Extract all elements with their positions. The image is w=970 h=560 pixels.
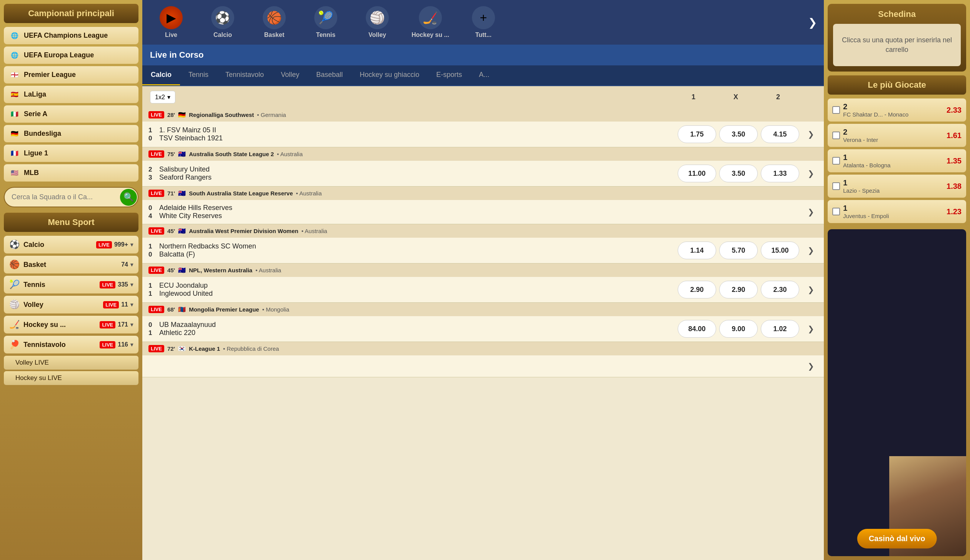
popular-bet-odd[interactable]: 2.33 <box>947 106 962 115</box>
expand-btn[interactable]: ❯ <box>804 127 818 141</box>
expand-btn[interactable]: ❯ <box>804 243 818 257</box>
col-2-header: 2 <box>757 93 799 101</box>
search-input[interactable] <box>4 187 138 207</box>
popular-bet-item[interactable]: 2 FC Shaktar D... - Monaco 2.33 <box>828 98 966 122</box>
sport-item-hockey[interactable]: 🏒 Hockey su ... LIVE 171 ▾ <box>4 316 138 333</box>
top-nav-tennis[interactable]: 🎾 Tennis <box>301 3 351 42</box>
league-item-mlb[interactable]: 🇺🇸 MLB <box>4 164 138 182</box>
expand-btn[interactable]: ❯ <box>804 167 818 180</box>
tab-hockey[interactable]: Hockey su ghiaccio <box>351 65 428 85</box>
popular-bet-odd[interactable]: 1.38 <box>947 182 962 191</box>
odd-home-btn[interactable]: 11.00 <box>678 165 716 182</box>
expand-btn[interactable]: ❯ <box>804 205 818 219</box>
volley-live-item[interactable]: Volley LIVE <box>4 356 138 370</box>
match-table: 1x2 ▾ 1 X 2 LIVE 28' 🇩🇪 Regionalliga Sou… <box>142 86 824 560</box>
search-button[interactable]: 🔍 <box>120 189 137 206</box>
popular-bet-odd[interactable]: 1.61 <box>947 131 962 140</box>
col-x-header: X <box>715 93 757 101</box>
league-item-laliga[interactable]: 🇪🇸 LaLiga <box>4 86 138 103</box>
odd-draw-btn[interactable]: 5.70 <box>719 242 758 259</box>
match-group: LIVE 75' 🇦🇺 Australia South State League… <box>142 147 824 187</box>
odds-group: 1.75 3.50 4.15 ❯ <box>678 125 818 143</box>
league-item-ligue1[interactable]: 🇫🇷 Ligue 1 <box>4 145 138 162</box>
tab-tennistavolo[interactable]: Tennistavolo <box>217 65 272 85</box>
popular-bet-item[interactable]: 2 Verona - Inter 1.61 <box>828 124 966 147</box>
odd-home-btn[interactable]: 2.90 <box>678 281 716 298</box>
market-selector[interactable]: 1x2 ▾ <box>150 91 175 103</box>
team-row-home: 2 Salisbury United <box>148 165 678 173</box>
odd-draw-btn[interactable]: 2.90 <box>719 281 758 298</box>
casino-live-button[interactable]: Casinò dal vivo <box>857 529 937 548</box>
odd-away-btn[interactable]: 1.02 <box>761 320 799 338</box>
league-name-seriea: Serie A <box>24 110 47 118</box>
top-nav-basket[interactable]: 🏀 Basket <box>249 3 299 42</box>
odd-away-btn[interactable]: 4.15 <box>761 125 799 143</box>
sport-item-calcio[interactable]: ⚽ Calcio LIVE 999+ ▾ <box>4 236 138 253</box>
tab-baseball[interactable]: Baseball <box>308 65 351 85</box>
expand-btn[interactable]: ❯ <box>804 283 818 297</box>
odd-home-btn[interactable]: 84.00 <box>678 320 716 338</box>
hockey-live-item[interactable]: Hockey su LIVE <box>4 371 138 385</box>
odd-draw-btn[interactable]: 9.00 <box>719 320 758 338</box>
top-nav-live[interactable]: ▶ Live <box>146 3 196 42</box>
popular-bet-checkbox[interactable] <box>832 132 840 139</box>
top-nav-volley[interactable]: 🏐 Volley <box>352 3 402 42</box>
sport-item-tennis[interactable]: 🎾 Tennis LIVE 335 ▾ <box>4 276 138 293</box>
top-nav-calcio[interactable]: ⚽ Calcio <box>198 3 248 42</box>
popular-bet-result: 2 <box>843 102 943 111</box>
live-badge-volley: LIVE <box>103 301 119 308</box>
sport-item-volley[interactable]: 🏐 Volley LIVE 11 ▾ <box>4 296 138 313</box>
league-name-laliga: LaLiga <box>24 90 46 98</box>
expand-btn[interactable]: ❯ <box>804 359 818 373</box>
expand-btn[interactable]: ❯ <box>804 322 818 336</box>
odd-draw-btn[interactable]: 3.50 <box>719 125 758 143</box>
nav-chevron-right[interactable]: ❯ <box>805 13 820 32</box>
league-name: K-League 1 <box>189 345 220 352</box>
top-nav-icon-live: ▶ <box>160 6 183 29</box>
odd-away-btn[interactable]: 2.30 <box>761 281 799 298</box>
league-name: Australia South State League 2 <box>189 151 274 157</box>
popular-bet-checkbox[interactable] <box>832 208 840 215</box>
sport-badge-row-basket: 74 ▾ <box>121 261 133 268</box>
live-tag: LIVE <box>148 227 164 235</box>
league-item-pl[interactable]: 🏴󠁧󠁢󠁥󠁮󠁧󠁿 Premier League <box>4 66 138 83</box>
tab-volley[interactable]: Volley <box>272 65 308 85</box>
sport-item-tennistavolo[interactable]: 🏓 Tennistavolo LIVE 116 ▾ <box>4 336 138 353</box>
popular-bet-odd[interactable]: 1.23 <box>947 207 962 216</box>
match-teams: 0 UB Mazaalaynuud 1 Athletic 220 <box>148 321 678 337</box>
top-nav-tutti[interactable]: + Tutt... <box>458 3 508 42</box>
league-item-uel[interactable]: 🌐 UEFA Europa League <box>4 47 138 64</box>
tab-altro[interactable]: A... <box>470 65 498 85</box>
top-nav-icon-basket: 🏀 <box>263 6 286 29</box>
league-item-bundesliga[interactable]: 🇩🇪 Bundesliga <box>4 125 138 142</box>
league-item-seriea[interactable]: 🇮🇹 Serie A <box>4 105 138 123</box>
odd-home-btn[interactable]: 1.75 <box>678 125 716 143</box>
popular-bets-list: 2 FC Shaktar D... - Monaco 2.33 2 Verona… <box>828 98 966 225</box>
tab-calcio[interactable]: Calcio <box>142 65 180 85</box>
popular-bet-item[interactable]: 1 Atalanta - Bologna 1.35 <box>828 149 966 172</box>
popular-bet-item[interactable]: 1 Juventus - Empoli 1.23 <box>828 200 966 223</box>
tab-tennis[interactable]: Tennis <box>180 65 217 85</box>
search-container: 🔍 <box>4 187 138 207</box>
sport-count-basket: 74 <box>121 261 128 268</box>
sport-item-basket[interactable]: 🏀 Basket 74 ▾ <box>4 256 138 273</box>
sport-count-tennis: 335 <box>118 281 128 288</box>
popular-bet-checkbox[interactable] <box>832 182 840 190</box>
popular-bet-item[interactable]: 1 Lazio - Spezia 1.38 <box>828 175 966 198</box>
match-league-row: LIVE 72' 🇰🇷 K-League 1 • Repubblica di C… <box>142 342 824 355</box>
odd-away-btn[interactable]: 15.00 <box>761 242 799 259</box>
tab-esports[interactable]: E-sports <box>428 65 470 85</box>
odd-away-btn[interactable]: 1.33 <box>761 165 799 182</box>
odd-draw-btn[interactable]: 3.50 <box>719 165 758 182</box>
casino-banner: Casinò dal vivo <box>828 229 966 556</box>
top-nav-hockey[interactable]: 🏒 Hockey su ... <box>404 3 457 42</box>
popular-bet-odd[interactable]: 1.35 <box>947 157 962 165</box>
league-item-ucl[interactable]: 🌐 UEFA Champions League <box>4 27 138 44</box>
odd-home-btn[interactable]: 1.14 <box>678 242 716 259</box>
popular-bet-checkbox[interactable] <box>832 106 840 114</box>
popular-bet-checkbox[interactable] <box>832 157 840 165</box>
top-nav-label-tutti: Tutt... <box>475 32 492 38</box>
sport-icon-calcio: ⚽ <box>9 240 20 250</box>
team-score-home: 1 <box>148 127 156 134</box>
schedina-empty-text: Clicca su una quota per inserirla nel ca… <box>833 24 961 66</box>
